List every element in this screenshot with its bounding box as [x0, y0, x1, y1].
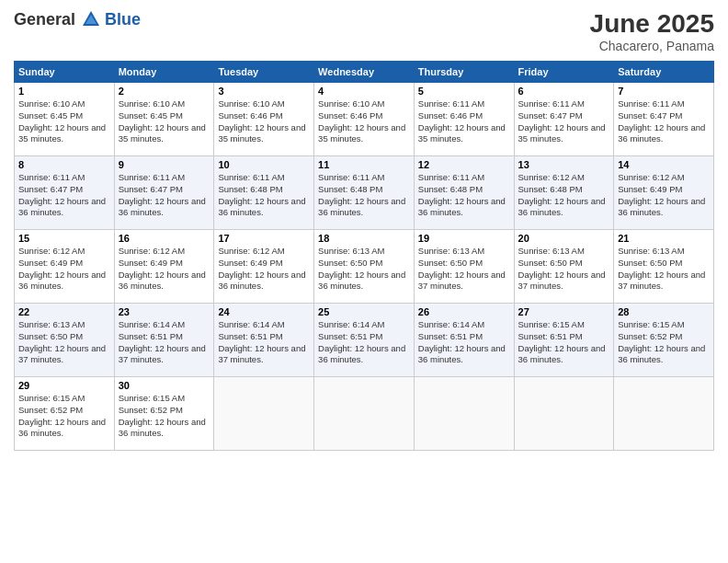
day-number: 30 [119, 380, 210, 391]
sunset-text: Sunset: 6:50 PM [618, 258, 682, 268]
day-info: Sunrise: 6:13 AMSunset: 6:50 PMDaylight:… [518, 246, 610, 293]
day-number: 20 [518, 233, 610, 244]
calendar-day-cell: 27Sunrise: 6:15 AMSunset: 6:51 PMDayligh… [514, 304, 614, 377]
daylight-text: Daylight: 12 hours and 36 minutes. [18, 196, 106, 218]
calendar-day-cell: 22Sunrise: 6:13 AMSunset: 6:50 PMDayligh… [15, 304, 115, 377]
col-header-friday: Friday [514, 62, 614, 83]
daylight-text: Daylight: 12 hours and 36 minutes. [318, 343, 405, 365]
sunset-text: Sunset: 6:46 PM [418, 110, 483, 121]
calendar-day-cell: 8Sunrise: 6:11 AMSunset: 6:47 PMDaylight… [15, 156, 115, 230]
day-info: Sunrise: 6:11 AMSunset: 6:46 PMDaylight:… [418, 98, 510, 145]
col-header-monday: Monday [114, 62, 214, 83]
sunset-text: Sunset: 6:46 PM [318, 110, 382, 121]
day-info: Sunrise: 6:14 AMSunset: 6:51 PMDaylight:… [218, 319, 310, 366]
title-block: June 2025 Chacarero, Panama [590, 9, 714, 53]
calendar-week-row: 15Sunrise: 6:12 AMSunset: 6:49 PMDayligh… [15, 230, 714, 304]
sunset-text: Sunset: 6:48 PM [418, 184, 483, 194]
daylight-text: Daylight: 12 hours and 36 minutes. [18, 417, 106, 439]
calendar-day-cell: 7Sunrise: 6:11 AMSunset: 6:47 PMDaylight… [614, 83, 714, 156]
day-info: Sunrise: 6:14 AMSunset: 6:51 PMDaylight:… [119, 319, 210, 366]
daylight-text: Daylight: 12 hours and 37 minutes. [18, 343, 106, 365]
day-number: 25 [318, 306, 410, 317]
sunrise-text: Sunrise: 6:10 AM [218, 98, 284, 109]
daylight-text: Daylight: 12 hours and 35 minutes. [119, 122, 206, 144]
sunset-text: Sunset: 6:50 PM [418, 258, 483, 268]
day-number: 18 [318, 233, 410, 244]
calendar-day-cell: 1Sunrise: 6:10 AMSunset: 6:45 PMDaylight… [15, 83, 115, 156]
day-number: 2 [119, 86, 210, 97]
sunset-text: Sunset: 6:51 PM [418, 331, 483, 341]
day-number: 21 [618, 233, 710, 244]
daylight-text: Daylight: 12 hours and 36 minutes. [318, 270, 405, 292]
sunrise-text: Sunrise: 6:12 AM [18, 246, 85, 256]
sunrise-text: Sunrise: 6:11 AM [218, 172, 284, 182]
day-number: 16 [119, 233, 210, 244]
day-number: 15 [18, 233, 110, 244]
sunrise-text: Sunrise: 6:13 AM [518, 246, 585, 256]
sunrise-text: Sunrise: 6:14 AM [418, 319, 484, 329]
daylight-text: Daylight: 12 hours and 36 minutes. [119, 196, 206, 218]
day-info: Sunrise: 6:10 AMSunset: 6:45 PMDaylight:… [18, 98, 110, 145]
sunset-text: Sunset: 6:50 PM [518, 258, 583, 268]
logo-general: General [14, 10, 75, 29]
day-number: 29 [18, 380, 110, 391]
sunrise-text: Sunrise: 6:14 AM [119, 319, 185, 329]
daylight-text: Daylight: 12 hours and 36 minutes. [518, 196, 606, 218]
month-title: June 2025 [590, 9, 714, 39]
sunrise-text: Sunrise: 6:14 AM [318, 319, 384, 329]
day-number: 1 [18, 86, 110, 97]
calendar-day-cell: 23Sunrise: 6:14 AMSunset: 6:51 PMDayligh… [114, 304, 214, 377]
daylight-text: Daylight: 12 hours and 36 minutes. [418, 196, 506, 218]
day-info: Sunrise: 6:15 AMSunset: 6:52 PMDaylight:… [119, 393, 210, 440]
calendar-table: SundayMondayTuesdayWednesdayThursdayFrid… [14, 61, 714, 451]
calendar-week-row: 22Sunrise: 6:13 AMSunset: 6:50 PMDayligh… [15, 304, 714, 377]
calendar-day-cell: 19Sunrise: 6:13 AMSunset: 6:50 PMDayligh… [414, 230, 514, 304]
day-number: 14 [618, 159, 710, 170]
calendar-day-cell: 30Sunrise: 6:15 AMSunset: 6:52 PMDayligh… [114, 377, 214, 451]
day-info: Sunrise: 6:13 AMSunset: 6:50 PMDaylight:… [18, 319, 110, 366]
sunrise-text: Sunrise: 6:12 AM [218, 246, 284, 256]
sunset-text: Sunset: 6:48 PM [218, 184, 282, 194]
day-info: Sunrise: 6:12 AMSunset: 6:49 PMDaylight:… [119, 246, 210, 293]
calendar-day-cell: 28Sunrise: 6:15 AMSunset: 6:52 PMDayligh… [614, 304, 714, 377]
daylight-text: Daylight: 12 hours and 37 minutes. [418, 270, 506, 292]
logo: General Blue [14, 9, 141, 29]
day-number: 22 [18, 306, 110, 317]
calendar-day-cell: 13Sunrise: 6:12 AMSunset: 6:48 PMDayligh… [514, 156, 614, 230]
empty-cell [514, 377, 614, 451]
day-info: Sunrise: 6:11 AMSunset: 6:48 PMDaylight:… [318, 172, 410, 219]
day-info: Sunrise: 6:12 AMSunset: 6:49 PMDaylight:… [218, 246, 310, 293]
sunset-text: Sunset: 6:48 PM [518, 184, 583, 194]
sunrise-text: Sunrise: 6:14 AM [218, 319, 284, 329]
daylight-text: Daylight: 12 hours and 36 minutes. [518, 343, 606, 365]
calendar-day-cell: 6Sunrise: 6:11 AMSunset: 6:47 PMDaylight… [514, 83, 614, 156]
day-number: 23 [119, 306, 210, 317]
sunset-text: Sunset: 6:51 PM [318, 331, 382, 341]
sunrise-text: Sunrise: 6:11 AM [318, 172, 384, 182]
sunrise-text: Sunrise: 6:11 AM [418, 98, 484, 109]
calendar-day-cell: 3Sunrise: 6:10 AMSunset: 6:46 PMDaylight… [214, 83, 314, 156]
daylight-text: Daylight: 12 hours and 35 minutes. [418, 122, 506, 144]
day-info: Sunrise: 6:14 AMSunset: 6:51 PMDaylight:… [418, 319, 510, 366]
sunset-text: Sunset: 6:52 PM [18, 405, 83, 415]
sunset-text: Sunset: 6:47 PM [618, 110, 682, 121]
header: General Blue June 2025 Chacarero, Panama [14, 9, 714, 53]
day-number: 12 [418, 159, 510, 170]
sunset-text: Sunset: 6:49 PM [119, 258, 183, 268]
sunrise-text: Sunrise: 6:12 AM [518, 172, 585, 182]
sunrise-text: Sunrise: 6:15 AM [618, 319, 684, 329]
sunrise-text: Sunrise: 6:13 AM [418, 246, 484, 256]
sunrise-text: Sunrise: 6:11 AM [119, 172, 185, 182]
daylight-text: Daylight: 12 hours and 36 minutes. [18, 270, 106, 292]
day-number: 6 [518, 86, 610, 97]
day-number: 4 [318, 86, 410, 97]
day-info: Sunrise: 6:12 AMSunset: 6:49 PMDaylight:… [618, 172, 710, 219]
day-info: Sunrise: 6:15 AMSunset: 6:52 PMDaylight:… [618, 319, 710, 366]
sunset-text: Sunset: 6:47 PM [518, 110, 583, 121]
col-header-saturday: Saturday [614, 62, 714, 83]
day-number: 17 [218, 233, 310, 244]
day-info: Sunrise: 6:10 AMSunset: 6:46 PMDaylight:… [218, 98, 310, 145]
day-info: Sunrise: 6:15 AMSunset: 6:51 PMDaylight:… [518, 319, 610, 366]
sunset-text: Sunset: 6:45 PM [18, 110, 83, 121]
logo-blue: Blue [105, 10, 141, 29]
